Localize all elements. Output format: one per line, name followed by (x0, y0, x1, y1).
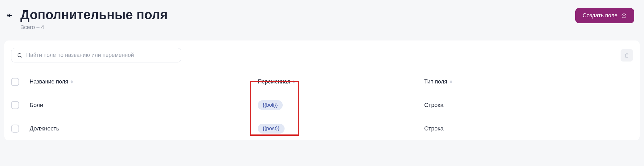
cell-name: Должность (30, 125, 258, 132)
table-header: Название поля Переменная Тип поля (11, 74, 633, 93)
row-checkbox[interactable] (11, 125, 19, 133)
column-header-type-label: Тип поля (424, 79, 447, 85)
search-input[interactable] (26, 52, 175, 58)
create-field-label: Создать поле (583, 12, 617, 19)
fields-table: Название поля Переменная Тип поля Боли {… (11, 74, 633, 140)
svg-point-4 (18, 53, 21, 57)
column-header-variable[interactable]: Переменная (258, 79, 424, 85)
page-title: Дополнительные поля (20, 7, 168, 22)
delete-button[interactable] (621, 49, 633, 62)
cell-name: Боли (30, 102, 258, 109)
toolbar (11, 48, 633, 62)
plus-circle-icon (621, 13, 627, 19)
content-card: Название поля Переменная Тип поля Боли {… (4, 40, 640, 140)
variable-badge[interactable]: {{post}} (258, 124, 285, 134)
column-header-name-label: Название поля (30, 79, 68, 85)
column-header-name[interactable]: Название поля (30, 79, 258, 85)
column-header-type[interactable]: Тип поля (424, 79, 633, 85)
sort-icon (450, 80, 452, 83)
variable-badge[interactable]: {{boli}} (258, 100, 283, 110)
page-subtitle: Всего – 4 (20, 24, 168, 31)
cell-type: Строка (424, 125, 633, 132)
page-header: Дополнительные поля Всего – 4 Создать по… (0, 0, 644, 38)
table-row: Должность {{post}} Строка (11, 117, 633, 140)
table-row: Боли {{boli}} Строка (11, 93, 633, 117)
create-field-button[interactable]: Создать поле (575, 8, 634, 23)
column-header-variable-label: Переменная (258, 79, 290, 85)
trash-icon (624, 53, 630, 58)
sort-icon (293, 80, 295, 83)
arrow-left-icon (6, 12, 13, 19)
search-container[interactable] (11, 48, 181, 62)
sort-icon (71, 80, 73, 83)
search-icon (17, 53, 23, 58)
select-all-checkbox[interactable] (11, 78, 19, 86)
svg-line-5 (21, 56, 22, 57)
back-button[interactable] (4, 10, 15, 21)
row-checkbox[interactable] (11, 101, 19, 109)
cell-type: Строка (424, 102, 633, 109)
